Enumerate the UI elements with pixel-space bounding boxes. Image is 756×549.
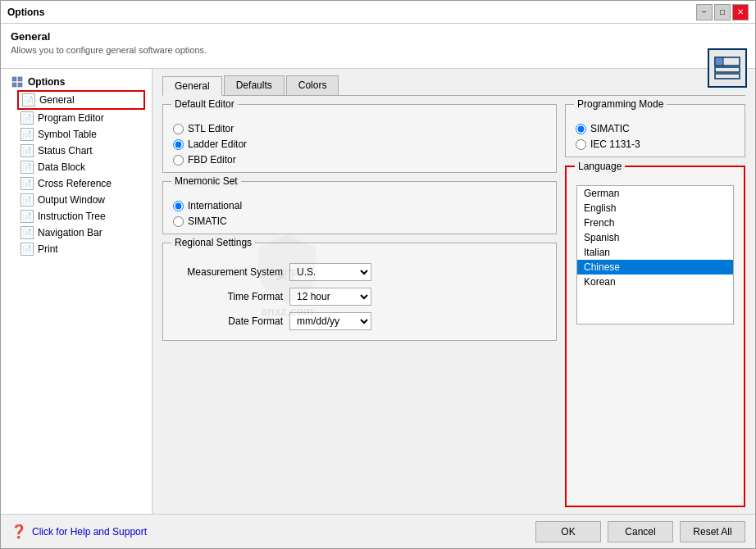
svg-rect-5 [18,77,22,81]
panel-right: Programming Mode SIMATIC IEC 1131-3 [565,104,745,507]
footer: ❓ Click for Help and Support OK Cancel R… [1,514,755,548]
sidebar-symbol-table-label: Symbol Table [38,129,97,140]
measurement-label: Measurement System [176,266,283,278]
main-content: Options 📄 General 📄 Program Editor 📄 Sym… [1,69,755,514]
window-icon-button[interactable] [708,48,747,88]
footer-help[interactable]: ❓ Click for Help and Support [11,524,147,539]
header-subtitle: Allows you to configure general software… [11,45,207,55]
sidebar-item-print[interactable]: 📄 Print [17,241,145,257]
tab-general[interactable]: General [162,76,222,96]
sidebar-program-editor-label: Program Editor [38,112,104,124]
mnemonic-set-title: Mnemonic Set [171,175,241,187]
iec-radio[interactable]: IEC 1131-3 [576,138,735,150]
sidebar-item-options[interactable]: Options [7,74,145,90]
simatic-input[interactable] [576,124,586,134]
simatic-label: SIMATIC [590,123,630,134]
sidebar: Options 📄 General 📄 Program Editor 📄 Sym… [1,69,153,514]
svg-rect-1 [715,57,723,66]
sidebar-data-block-label: Data Block [38,161,85,173]
stl-editor-label: STL Editor [188,123,234,134]
fbd-editor-radio[interactable]: FBD Editor [173,154,546,166]
symbol-table-doc-icon: 📄 [20,128,34,141]
simatic-radio[interactable]: SIMATIC [576,123,735,134]
stl-editor-input[interactable] [173,124,184,134]
lang-german[interactable]: German [577,186,733,201]
international-label: International [188,200,242,211]
tab-colors[interactable]: Colors [286,75,339,95]
international-input[interactable] [173,201,184,211]
iec-input[interactable] [576,139,586,150]
status-chart-doc-icon: 📄 [20,144,34,157]
svg-rect-4 [12,77,16,81]
fbd-editor-input[interactable] [173,155,184,166]
cancel-button[interactable]: Cancel [608,521,673,542]
ladder-editor-label: Ladder Editor [188,138,247,150]
mnemonic-content: International SIMATIC [173,200,546,227]
date-format-label: Date Format [176,315,283,327]
sidebar-item-status-chart[interactable]: 📄 Status Chart [17,143,145,159]
simatic-mnemonic-radio[interactable]: SIMATIC [173,216,546,227]
simatic-mnemonic-input[interactable] [173,216,184,227]
sidebar-instruction-tree-label: Instruction Tree [38,211,106,222]
ladder-editor-input[interactable] [173,139,184,150]
maximize-button[interactable]: □ [714,4,731,20]
options-window: Options − □ ✕ General Allows you to conf… [0,0,756,549]
svg-rect-6 [12,83,16,87]
programming-mode-title: Programming Mode [574,98,667,110]
iec-label: IEC 1131-3 [590,138,640,150]
general-doc-icon: 📄 [22,93,35,107]
sidebar-item-data-block[interactable]: 📄 Data Block [17,159,145,175]
lang-french[interactable]: French [577,216,733,230]
options-icon [11,75,24,88]
svg-rect-2 [715,67,740,72]
fbd-editor-label: FBD Editor [188,154,236,166]
lang-chinese[interactable]: Chinese [577,260,733,274]
measurement-select[interactable]: U.S. Metric [289,263,371,281]
header-title: General [11,30,207,43]
sidebar-item-program-editor[interactable]: 📄 Program Editor [17,110,145,126]
footer-buttons: OK Cancel Reset All [535,521,745,542]
help-circle-icon: ❓ [11,524,27,539]
lang-spanish[interactable]: Spanish [577,230,733,245]
prog-mode-content: SIMATIC IEC 1131-3 [576,123,735,150]
sidebar-item-navigation-bar[interactable]: 📄 Navigation Bar [17,225,145,241]
navigation-bar-doc-icon: 📄 [20,226,34,239]
default-editor-content: STL Editor Ladder Editor FBD Editor [173,123,546,166]
regional-settings-group: Regional Settings Measurement System U.S… [162,243,557,341]
title-bar: Options − □ ✕ [1,1,755,24]
program-editor-doc-icon: 📄 [20,111,34,125]
window-title: Options [7,7,44,18]
measurement-row: Measurement System U.S. Metric [176,263,543,281]
sidebar-section: Options 📄 General 📄 Program Editor 📄 Sym… [1,72,152,259]
simatic-mnemonic-label: SIMATIC [188,216,227,227]
lang-korean[interactable]: Korean [577,274,733,289]
minimize-button[interactable]: − [696,4,713,20]
reset-all-button[interactable]: Reset All [680,521,745,542]
close-button[interactable]: ✕ [732,4,749,20]
sidebar-item-general[interactable]: 📄 General [17,90,145,110]
sidebar-item-symbol-table[interactable]: 📄 Symbol Table [17,126,145,143]
panel-left: Default Editor STL Editor Ladder Editor [162,104,557,507]
lang-english[interactable]: English [577,201,733,216]
tabs-bar: General Defaults Colors [162,75,745,96]
stl-editor-radio[interactable]: STL Editor [173,123,546,134]
language-list[interactable]: German English French Spanish Italian Ch… [576,185,734,324]
help-text: Click for Help and Support [32,526,147,538]
sidebar-item-instruction-tree[interactable]: 📄 Instruction Tree [17,208,145,225]
sidebar-output-window-label: Output Window [38,194,105,206]
sidebar-item-output-window[interactable]: 📄 Output Window [17,192,145,208]
sidebar-item-cross-reference[interactable]: 📄 Cross Reference [17,175,145,192]
date-format-row: Date Format mm/dd/yy dd/mm/yy yy/mm/dd [176,312,543,330]
international-radio[interactable]: International [173,200,546,211]
ok-button[interactable]: OK [535,521,601,542]
ladder-editor-radio[interactable]: Ladder Editor [173,138,546,150]
language-group: Language German English French Spanish I… [565,166,745,507]
sidebar-print-label: Print [38,243,58,255]
time-format-label: Time Format [176,291,283,302]
lang-italian[interactable]: Italian [577,245,733,260]
time-format-select[interactable]: 12 hour 24 hour [289,288,371,306]
sidebar-status-chart-label: Status Chart [38,145,93,157]
date-format-select[interactable]: mm/dd/yy dd/mm/yy yy/mm/dd [289,312,371,330]
tab-defaults[interactable]: Defaults [224,75,285,95]
data-block-doc-icon: 📄 [20,161,34,174]
